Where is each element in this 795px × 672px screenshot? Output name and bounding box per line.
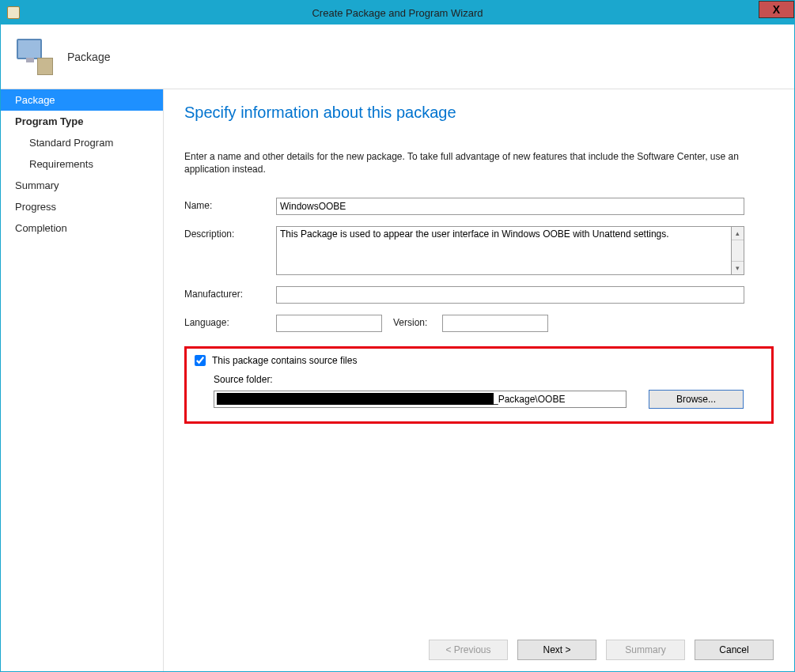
body: Package Program Type Standard Program Re… [1,89,794,671]
version-input[interactable] [442,315,548,332]
window-title: Create Package and Program Wizard [1,7,794,19]
label-source-folder: Source folder: [214,374,763,385]
sidebar-item-completion[interactable]: Completion [1,217,163,239]
scroll-down-icon[interactable]: ▾ [732,261,744,274]
cancel-button[interactable]: Cancel [695,640,774,660]
language-input[interactable] [276,315,382,332]
name-input[interactable] [276,198,744,215]
summary-button[interactable]: Summary [606,640,685,660]
browse-button[interactable]: Browse... [649,390,744,409]
banner: Package [1,25,794,89]
source-files-checkbox[interactable] [195,355,206,366]
sidebar-item-summary[interactable]: Summary [1,175,163,196]
label-language: Language: [184,315,276,328]
row-language-version: Language: Version: [184,315,774,332]
previous-button[interactable]: < Previous [429,640,508,660]
label-version: Version: [382,315,442,328]
sidebar-item-requirements[interactable]: Requirements [1,153,163,175]
wizard-window: Create Package and Program Wizard X Pack… [0,0,795,672]
sidebar-item-program-type[interactable]: Program Type [1,111,163,132]
sidebar-item-progress[interactable]: Progress [1,196,163,217]
source-files-highlight: This package contains source files Sourc… [184,346,774,424]
row-source-folder: Browse... [214,390,763,409]
sidebar-item-standard-program[interactable]: Standard Program [1,132,163,153]
manufacturer-input[interactable] [276,286,744,304]
package-icon [13,37,53,77]
redaction-bar [217,393,494,405]
label-description: Description: [184,226,276,240]
main-panel: Specify information about this package E… [164,89,794,671]
row-name: Name: [184,198,774,215]
banner-heading: Package [67,51,110,63]
description-scrollbar[interactable]: ▴ ▾ [731,226,744,275]
footer-buttons: < Previous Next > Summary Cancel [184,629,774,671]
row-description: Description: This Package is used to app… [184,226,774,275]
scroll-up-icon[interactable]: ▴ [732,227,744,240]
label-name: Name: [184,198,276,211]
row-source-checkbox: This package contains source files [195,355,763,366]
sidebar: Package Program Type Standard Program Re… [1,89,164,671]
description-input[interactable]: This Package is used to appear the user … [276,226,731,275]
instruction-text: Enter a name and other details for the n… [184,150,774,176]
source-files-checkbox-label: This package contains source files [212,355,357,366]
next-button[interactable]: Next > [517,640,596,660]
row-manufacturer: Manufacturer: [184,286,774,304]
close-button[interactable]: X [759,1,794,18]
page-heading: Specify information about this package [184,104,774,122]
close-icon: X [773,3,780,16]
titlebar: Create Package and Program Wizard X [1,1,794,25]
label-manufacturer: Manufacturer: [184,286,276,300]
sidebar-item-package[interactable]: Package [1,89,163,111]
